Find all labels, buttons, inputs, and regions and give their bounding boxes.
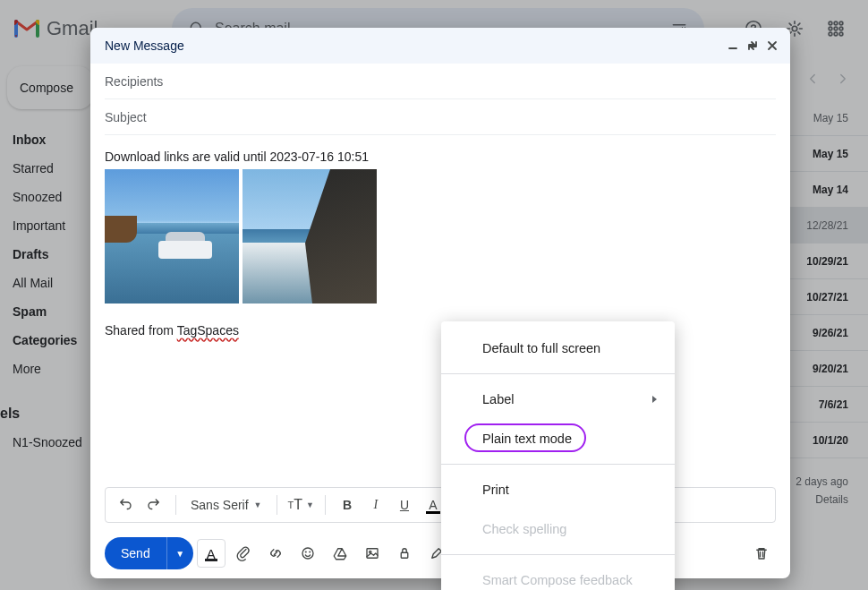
minimize-icon[interactable]: [726, 38, 740, 53]
menu-default-fullscreen[interactable]: Default to full screen: [441, 329, 675, 368]
formatting-toolbar: Sans Serif ▼ TT ▼ B I U A ▼: [105, 487, 776, 523]
svg-point-13: [302, 548, 313, 559]
svg-point-9: [839, 27, 843, 30]
dropdown-icon: ▼: [254, 500, 262, 509]
drive-icon[interactable]: [326, 539, 354, 568]
font-family-select[interactable]: Sans Serif ▼: [185, 498, 268, 512]
bold-icon[interactable]: B: [335, 492, 360, 517]
prev-page-icon[interactable]: [798, 64, 827, 93]
svg-point-5: [834, 21, 838, 25]
confidential-icon[interactable]: [390, 539, 419, 568]
menu-check-spelling[interactable]: Check spelling: [441, 509, 675, 549]
close-icon[interactable]: [765, 38, 779, 53]
svg-point-11: [834, 32, 838, 36]
attachment-image-1[interactable]: [105, 169, 239, 304]
menu-label[interactable]: Label: [441, 380, 675, 419]
menu-plain-text[interactable]: Plain text mode: [441, 419, 675, 458]
svg-point-15: [310, 552, 311, 552]
expand-icon[interactable]: [745, 38, 760, 53]
font-family-name: Sans Serif: [191, 498, 249, 512]
emoji-icon[interactable]: [294, 539, 322, 568]
underline-icon[interactable]: U: [392, 492, 417, 517]
font-size-select[interactable]: TT ▼: [286, 492, 316, 517]
send-options-dropdown[interactable]: ▼: [166, 537, 193, 569]
send-button[interactable]: Send: [105, 537, 166, 569]
undo-icon[interactable]: [113, 492, 138, 517]
svg-point-14: [305, 552, 306, 552]
svg-point-6: [839, 21, 843, 25]
next-page-icon[interactable]: [829, 64, 857, 93]
svg-point-7: [829, 27, 832, 30]
recipients-field[interactable]: Recipients: [105, 64, 776, 99]
compose-button[interactable]: Compose: [7, 66, 93, 109]
svg-point-3: [792, 26, 797, 31]
image-icon[interactable]: [358, 539, 387, 568]
gmail-logo-icon: [14, 19, 39, 38]
send-bar: Send ▼ A: [105, 532, 776, 578]
download-links-text: Download links are valid until 2023-07-1…: [105, 150, 776, 164]
menu-smart-compose-feedback[interactable]: Smart Compose feedback: [441, 560, 675, 590]
more-options-menu: Default to full screen Label Plain text …: [441, 321, 675, 590]
attach-icon[interactable]: [229, 539, 258, 568]
image-attachments: [105, 169, 776, 304]
message-body[interactable]: Download links are valid until 2023-07-1…: [105, 135, 776, 487]
redo-icon[interactable]: [141, 492, 166, 517]
dialog-header: New Message: [90, 28, 790, 64]
discard-draft-icon[interactable]: [747, 539, 776, 568]
svg-point-12: [839, 32, 843, 36]
svg-rect-18: [401, 552, 408, 558]
dialog-title: New Message: [105, 38, 184, 53]
shared-app-name: TagSpaces: [177, 323, 239, 338]
menu-print[interactable]: Print: [441, 470, 675, 509]
italic-icon[interactable]: I: [363, 492, 388, 517]
send-split-button: Send ▼: [105, 537, 193, 569]
shared-from-text: Shared from TagSpaces: [105, 323, 776, 338]
subject-field[interactable]: Subject: [105, 99, 776, 135]
compose-label: Compose: [20, 81, 73, 95]
svg-point-17: [369, 551, 370, 552]
recipients-placeholder: Recipients: [105, 74, 163, 89]
svg-point-8: [834, 27, 838, 30]
highlight-ring: [464, 423, 586, 452]
attachment-image-2[interactable]: [243, 169, 377, 304]
apps-icon[interactable]: [818, 11, 854, 47]
formatting-toggle-icon[interactable]: A: [197, 539, 226, 568]
compose-dialog: New Message Recipients Subject Download …: [90, 28, 790, 578]
subject-placeholder: Subject: [105, 110, 147, 124]
svg-point-4: [829, 21, 832, 25]
svg-point-10: [829, 32, 832, 36]
link-icon[interactable]: [261, 539, 290, 568]
